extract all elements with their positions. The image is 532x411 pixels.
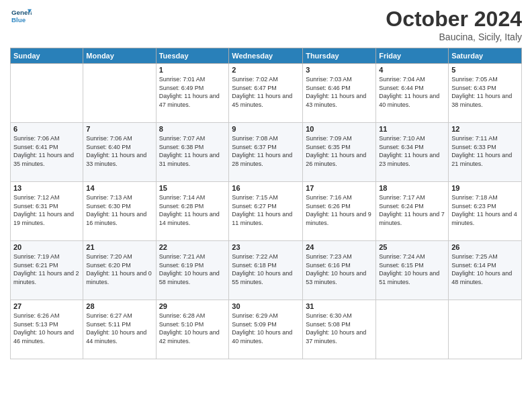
day-info: Sunrise: 7:18 AM Sunset: 6:23 PM Dayligh…	[451, 193, 519, 227]
day-info: Sunrise: 7:04 AM Sunset: 6:44 PM Dayligh…	[379, 75, 445, 109]
day-number: 9	[232, 125, 300, 133]
day-number: 23	[232, 243, 300, 251]
day-number: 16	[232, 184, 300, 192]
day-info: Sunrise: 7:23 AM Sunset: 6:16 PM Dayligh…	[306, 253, 373, 286]
day-info: Sunrise: 6:26 AM Sunset: 5:13 PM Dayligh…	[13, 312, 80, 345]
day-info: Sunrise: 7:06 AM Sunset: 6:41 PM Dayligh…	[13, 134, 80, 168]
day-number: 20	[13, 243, 80, 251]
day-info: Sunrise: 7:08 AM Sunset: 6:37 PM Dayligh…	[232, 134, 300, 168]
day-number: 19	[451, 184, 519, 192]
day-info: Sunrise: 6:27 AM Sunset: 5:11 PM Dayligh…	[86, 312, 152, 345]
calendar-cell: 7Sunrise: 7:06 AM Sunset: 6:40 PM Daylig…	[83, 123, 156, 182]
day-number: 5	[451, 66, 519, 74]
day-info: Sunrise: 7:21 AM Sunset: 6:19 PM Dayligh…	[159, 253, 226, 286]
calendar-cell: 25Sunrise: 7:24 AM Sunset: 6:15 PM Dayli…	[376, 241, 449, 300]
day-number: 10	[306, 125, 373, 133]
calendar-row-1: 6Sunrise: 7:06 AM Sunset: 6:41 PM Daylig…	[11, 123, 522, 182]
day-number: 4	[379, 66, 445, 74]
calendar-cell	[11, 64, 83, 123]
day-info: Sunrise: 7:01 AM Sunset: 6:49 PM Dayligh…	[159, 75, 226, 109]
day-info: Sunrise: 7:22 AM Sunset: 6:18 PM Dayligh…	[232, 253, 300, 286]
day-number: 3	[306, 66, 373, 74]
calendar-cell: 4Sunrise: 7:04 AM Sunset: 6:44 PM Daylig…	[376, 64, 449, 123]
location: Baucina, Sicily, Italy	[386, 32, 522, 42]
calendar-cell: 9Sunrise: 7:08 AM Sunset: 6:37 PM Daylig…	[229, 123, 303, 182]
calendar-cell: 14Sunrise: 7:13 AM Sunset: 6:30 PM Dayli…	[83, 182, 156, 241]
day-number: 15	[159, 184, 226, 192]
calendar-cell: 30Sunrise: 6:29 AM Sunset: 5:09 PM Dayli…	[229, 300, 303, 359]
calendar-cell: 2Sunrise: 7:02 AM Sunset: 6:47 PM Daylig…	[229, 64, 303, 123]
day-number: 8	[159, 125, 226, 133]
calendar-cell: 6Sunrise: 7:06 AM Sunset: 6:41 PM Daylig…	[11, 123, 83, 182]
day-info: Sunrise: 7:02 AM Sunset: 6:47 PM Dayligh…	[232, 75, 300, 109]
day-number: 28	[86, 302, 152, 310]
svg-text:Blue: Blue	[11, 16, 26, 24]
calendar-cell: 19Sunrise: 7:18 AM Sunset: 6:23 PM Dayli…	[449, 182, 522, 241]
day-info: Sunrise: 7:05 AM Sunset: 6:43 PM Dayligh…	[451, 75, 519, 109]
day-info: Sunrise: 7:13 AM Sunset: 6:30 PM Dayligh…	[86, 193, 152, 227]
day-info: Sunrise: 7:19 AM Sunset: 6:21 PM Dayligh…	[13, 253, 80, 286]
day-info: Sunrise: 7:10 AM Sunset: 6:34 PM Dayligh…	[379, 134, 445, 168]
calendar-table: Sunday Monday Tuesday Wednesday Thursday…	[10, 48, 522, 359]
day-number: 2	[232, 66, 300, 74]
calendar-cell: 3Sunrise: 7:03 AM Sunset: 6:46 PM Daylig…	[303, 64, 376, 123]
calendar-row-0: 1Sunrise: 7:01 AM Sunset: 6:49 PM Daylig…	[11, 64, 522, 123]
calendar-cell: 20Sunrise: 7:19 AM Sunset: 6:21 PM Dayli…	[11, 241, 83, 300]
col-friday: Friday	[376, 48, 449, 64]
day-info: Sunrise: 7:14 AM Sunset: 6:28 PM Dayligh…	[159, 193, 226, 227]
day-number: 24	[306, 243, 373, 251]
day-info: Sunrise: 7:20 AM Sunset: 6:20 PM Dayligh…	[86, 253, 152, 286]
calendar-cell: 29Sunrise: 6:28 AM Sunset: 5:10 PM Dayli…	[156, 300, 229, 359]
calendar-cell: 17Sunrise: 7:16 AM Sunset: 6:26 PM Dayli…	[303, 182, 376, 241]
day-number: 30	[232, 302, 300, 310]
day-number: 13	[13, 184, 80, 192]
month-title: October 2024	[386, 7, 522, 32]
calendar-cell: 15Sunrise: 7:14 AM Sunset: 6:28 PM Dayli…	[156, 182, 229, 241]
calendar-cell: 27Sunrise: 6:26 AM Sunset: 5:13 PM Dayli…	[11, 300, 83, 359]
day-number: 29	[159, 302, 226, 310]
day-info: Sunrise: 6:28 AM Sunset: 5:10 PM Dayligh…	[159, 312, 226, 345]
col-monday: Monday	[83, 48, 156, 64]
day-number: 21	[86, 243, 152, 251]
day-number: 12	[451, 125, 519, 133]
day-info: Sunrise: 7:09 AM Sunset: 6:35 PM Dayligh…	[306, 134, 373, 168]
day-number: 22	[159, 243, 226, 251]
day-number: 31	[306, 302, 373, 310]
day-number: 1	[159, 66, 226, 74]
logo: General Blue	[10, 7, 32, 30]
calendar-cell: 11Sunrise: 7:10 AM Sunset: 6:34 PM Dayli…	[376, 123, 449, 182]
logo-icon: General Blue	[11, 7, 32, 27]
day-info: Sunrise: 7:12 AM Sunset: 6:31 PM Dayligh…	[13, 193, 80, 227]
day-number: 26	[451, 243, 519, 251]
day-number: 17	[306, 184, 373, 192]
day-info: Sunrise: 6:30 AM Sunset: 5:08 PM Dayligh…	[306, 312, 373, 345]
day-info: Sunrise: 7:06 AM Sunset: 6:40 PM Dayligh…	[86, 134, 152, 168]
col-thursday: Thursday	[303, 48, 376, 64]
day-info: Sunrise: 7:25 AM Sunset: 6:14 PM Dayligh…	[451, 253, 519, 286]
calendar-cell	[83, 64, 156, 123]
day-info: Sunrise: 7:17 AM Sunset: 6:24 PM Dayligh…	[379, 193, 445, 227]
day-info: Sunrise: 7:11 AM Sunset: 6:33 PM Dayligh…	[451, 134, 519, 168]
col-sunday: Sunday	[11, 48, 83, 64]
day-info: Sunrise: 6:29 AM Sunset: 5:09 PM Dayligh…	[232, 312, 300, 345]
calendar-cell: 8Sunrise: 7:07 AM Sunset: 6:38 PM Daylig…	[156, 123, 229, 182]
calendar-row-2: 13Sunrise: 7:12 AM Sunset: 6:31 PM Dayli…	[11, 182, 522, 241]
calendar-cell	[376, 300, 449, 359]
title-block: October 2024 Baucina, Sicily, Italy	[386, 7, 522, 42]
calendar-row-4: 27Sunrise: 6:26 AM Sunset: 5:13 PM Dayli…	[11, 300, 522, 359]
calendar-cell: 24Sunrise: 7:23 AM Sunset: 6:16 PM Dayli…	[303, 241, 376, 300]
day-info: Sunrise: 7:15 AM Sunset: 6:27 PM Dayligh…	[232, 193, 300, 227]
calendar-cell: 12Sunrise: 7:11 AM Sunset: 6:33 PM Dayli…	[449, 123, 522, 182]
day-number: 7	[86, 125, 152, 133]
calendar-row-3: 20Sunrise: 7:19 AM Sunset: 6:21 PM Dayli…	[11, 241, 522, 300]
day-number: 6	[13, 125, 80, 133]
calendar-cell: 23Sunrise: 7:22 AM Sunset: 6:18 PM Dayli…	[229, 241, 303, 300]
day-info: Sunrise: 7:24 AM Sunset: 6:15 PM Dayligh…	[379, 253, 445, 286]
calendar-cell	[449, 300, 522, 359]
calendar-cell: 1Sunrise: 7:01 AM Sunset: 6:49 PM Daylig…	[156, 64, 229, 123]
calendar-cell: 10Sunrise: 7:09 AM Sunset: 6:35 PM Dayli…	[303, 123, 376, 182]
day-info: Sunrise: 7:07 AM Sunset: 6:38 PM Dayligh…	[159, 134, 226, 168]
calendar-cell: 16Sunrise: 7:15 AM Sunset: 6:27 PM Dayli…	[229, 182, 303, 241]
calendar-cell: 21Sunrise: 7:20 AM Sunset: 6:20 PM Dayli…	[83, 241, 156, 300]
calendar-page: General Blue October 2024 Baucina, Sicil…	[0, 0, 532, 411]
